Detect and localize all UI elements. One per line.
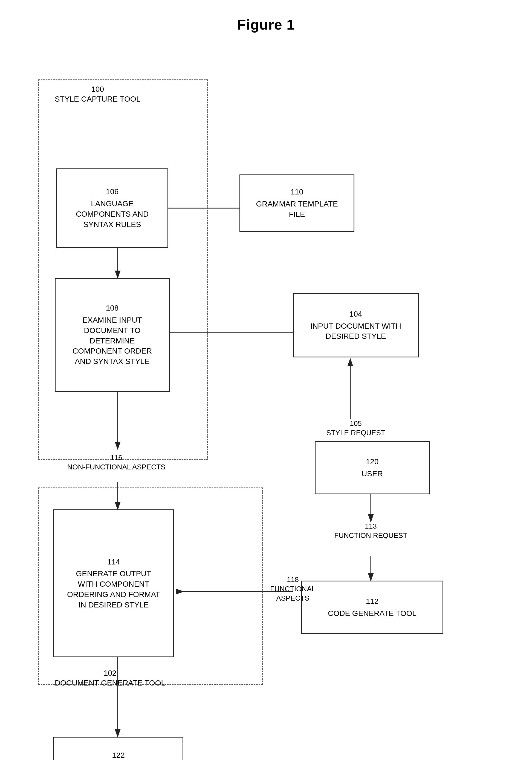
diagram: 100 STYLE CAPTURE TOOL 106 LANGUAGE COMP… <box>0 44 532 760</box>
box-105-label: 105 STYLE REQUEST <box>320 419 391 438</box>
box-120: 120 USER <box>315 441 430 494</box>
document-generate-tool-label: 102 DOCUMENT GENERATE TOOL <box>55 668 165 688</box>
box-118-label: 118 FUNCTIONAL ASPECTS <box>263 575 323 603</box>
style-capture-tool-label: 100 STYLE CAPTURE TOOL <box>55 84 140 104</box>
box-113-label: 113 FUNCTION REQUEST <box>323 522 419 540</box>
style-capture-tool-boundary <box>38 79 208 460</box>
box-116-label: 116 NON-FUNCTIONAL ASPECTS <box>45 453 188 472</box>
box-108: 108 EXAMINE INPUT DOCUMENT TO DETERMINE … <box>55 278 170 392</box>
box-114: 114 GENERATE OUTPUT WITH COMPONENT ORDER… <box>53 509 174 657</box>
page-title: Figure 1 <box>0 0 532 44</box>
box-110: 110 GRAMMAR TEMPLATE FILE <box>240 174 354 232</box>
box-122: 122 OUTPUT DOCUMENT <box>53 737 183 760</box>
box-106: 106 LANGUAGE COMPONENTS AND SYNTAX RULES <box>56 168 168 248</box>
box-104: 104 INPUT DOCUMENT WITH DESIRED STYLE <box>293 293 419 357</box>
